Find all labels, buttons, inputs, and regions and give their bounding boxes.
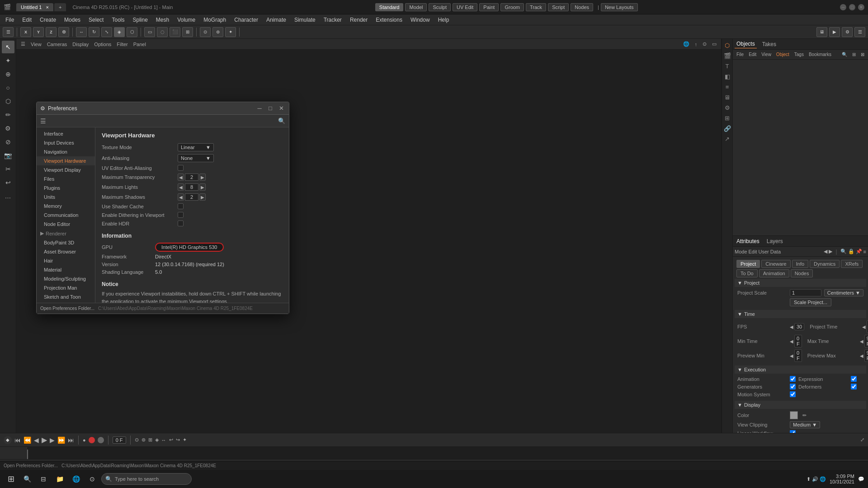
menu-mograph[interactable]: MoGraph	[200, 16, 230, 24]
layout-track[interactable]: Track	[526, 3, 546, 11]
motion-system-checkbox[interactable]	[790, 391, 796, 397]
menu-window[interactable]: Window	[407, 16, 434, 24]
toolbar-select-rect[interactable]: ▭	[144, 27, 155, 37]
attr-lock-icon[interactable]: 🔒	[848, 249, 854, 254]
ri-layer-icon[interactable]: ◧	[723, 72, 732, 81]
close-tab-icon[interactable]: ×	[46, 5, 49, 10]
keyframe-btn[interactable]: ◆	[4, 436, 12, 444]
min-time-value[interactable]: 0 F	[794, 335, 802, 347]
pref-item-hair[interactable]: Hair	[37, 256, 95, 265]
tool-circle[interactable]: ○	[2, 81, 14, 94]
tab-untitled1[interactable]: Untitled 1 ×	[16, 3, 53, 11]
vp-view[interactable]: View	[29, 42, 43, 47]
project-section-header[interactable]: ▼ Project	[735, 279, 866, 287]
max-shadows-dec[interactable]: ◀	[178, 193, 184, 201]
ri-link-icon[interactable]: 🔗	[723, 124, 732, 133]
menu-help[interactable]: Help	[434, 16, 453, 24]
menu-create[interactable]: Create	[36, 16, 60, 24]
tool-cut[interactable]: ✂	[2, 163, 14, 175]
close-btn[interactable]: ✕	[858, 4, 864, 10]
toolbar-y[interactable]: Y	[33, 27, 44, 37]
pref-maximize-btn[interactable]: □	[266, 104, 274, 113]
toolbar-r1[interactable]: ⊙	[200, 27, 211, 37]
prev-frame-btn[interactable]: ⏪	[24, 436, 31, 444]
search-taskbar-btn[interactable]: 🔍	[20, 472, 34, 486]
ri-script-icon[interactable]: ⚙	[723, 103, 732, 112]
max-trans-dec[interactable]: ◀	[178, 174, 184, 181]
pref-minimize-btn[interactable]: ─	[255, 104, 264, 113]
toolbar-select-lasso[interactable]: ◌	[157, 27, 168, 37]
view-clipping-value[interactable]: Medium▼	[790, 421, 820, 428]
preview-min-value[interactable]: 0 F	[794, 349, 802, 362]
pref-item-modeling[interactable]: Modeling/Sculpting	[37, 274, 95, 283]
menu-render[interactable]: Render	[346, 16, 371, 24]
pref-item-units[interactable]: Units	[37, 192, 95, 202]
pref-item-memory[interactable]: Memory	[37, 202, 95, 211]
ri-scene-icon[interactable]: 🎬	[723, 51, 732, 60]
pref-item-interface[interactable]: Interface	[37, 129, 95, 138]
menu-tracker[interactable]: Tracker	[320, 16, 345, 24]
layout-groom[interactable]: Groom	[500, 3, 524, 11]
record-active-btn[interactable]	[89, 437, 95, 443]
preview-max-value[interactable]: 90 F	[864, 349, 868, 362]
subtab-todo[interactable]: To Do	[736, 269, 758, 277]
menu-tools[interactable]: Tools	[108, 16, 128, 24]
obj-bookmarks-btn[interactable]: Bookmarks	[807, 52, 833, 57]
color-swatch[interactable]	[790, 411, 798, 419]
pref-open-folder-btn[interactable]: Open Preferences Folder...	[40, 306, 94, 311]
ri-material-icon[interactable]: T	[723, 61, 732, 70]
menu-edit[interactable]: Edit	[19, 16, 35, 24]
toolbar-z[interactable]: Z	[46, 27, 57, 37]
toolbar-scale[interactable]: ⤡	[101, 27, 112, 37]
pref-menu-icon[interactable]: ☰	[40, 117, 46, 125]
new-layouts-btn[interactable]: New Layouts	[601, 3, 638, 11]
texture-mode-dropdown[interactable]: Linear ▼	[178, 143, 214, 151]
toolbar-select-circle[interactable]: ⊞	[182, 27, 193, 37]
vp-icon2[interactable]: ↑	[693, 42, 699, 47]
menu-spline[interactable]: Spline	[129, 16, 151, 24]
toolbar-render-settings[interactable]: ⚙	[842, 27, 853, 37]
start-btn[interactable]: ⊞	[4, 472, 18, 486]
max-time-value[interactable]: 90 F	[864, 335, 868, 347]
toolbar-world[interactable]: ⊕	[58, 27, 69, 37]
vp-menu-icon[interactable]: ☰	[19, 41, 27, 47]
attr-userdata-btn[interactable]: User Data	[759, 249, 781, 254]
edge-btn[interactable]: 🌐	[69, 472, 83, 486]
tl-icon4[interactable]: ◈	[155, 437, 159, 443]
tl-icon2[interactable]: ⊚	[142, 437, 146, 443]
obj-search-icon[interactable]: 🔍	[840, 52, 849, 57]
tool-null[interactable]: ⊘	[2, 136, 14, 148]
max-lights-val[interactable]: 8	[185, 183, 198, 191]
toolbar-transform[interactable]: ◈	[114, 27, 125, 37]
layout-paint[interactable]: Paint	[479, 3, 499, 11]
pref-close-btn[interactable]: ✕	[277, 104, 285, 113]
tool-camera[interactable]: 📷	[2, 149, 14, 162]
pref-item-files[interactable]: Files	[37, 174, 95, 183]
pref-item-communication[interactable]: Communication	[37, 211, 95, 220]
next-frame-btn[interactable]: ⏩	[57, 436, 65, 444]
project-scale-value[interactable]: 1	[790, 289, 821, 296]
display-section-header[interactable]: ▼ Display	[735, 401, 866, 409]
attr-pin-icon[interactable]: 📌	[856, 249, 862, 254]
fps-value[interactable]: 30	[794, 323, 804, 330]
toolbar-keyframe[interactable]: ⬡	[127, 27, 137, 37]
pref-item-material[interactable]: Material	[37, 265, 95, 274]
tl-icon7[interactable]: ↪	[176, 437, 180, 443]
vp-icon4[interactable]: ▭	[710, 41, 718, 47]
anti-aliasing-dropdown[interactable]: None ▼	[178, 154, 214, 162]
toolbar-render-queue[interactable]: ☰	[854, 27, 865, 37]
toolbar-r2[interactable]: ⊚	[212, 27, 223, 37]
attr-back-btn[interactable]: ◀	[824, 249, 827, 254]
shader-cache-checkbox[interactable]	[178, 203, 184, 209]
menu-simulate[interactable]: Simulate	[291, 16, 319, 24]
pref-item-bodypaint[interactable]: BodyPaint 3D	[37, 238, 95, 247]
tool-pen[interactable]: ✏	[2, 108, 14, 121]
toolbar-render[interactable]: ▶	[829, 27, 840, 37]
layout-uvedit[interactable]: UV Edit	[453, 3, 477, 11]
tl-icon8[interactable]: ✦	[183, 437, 187, 443]
obj-icon3[interactable]: ⊠	[859, 52, 866, 57]
tab-objects[interactable]: Objects	[735, 40, 757, 48]
expression-checkbox[interactable]	[851, 376, 857, 382]
motion-record-btn[interactable]	[98, 437, 104, 443]
attr-menu-icon[interactable]: ≡	[863, 249, 866, 254]
